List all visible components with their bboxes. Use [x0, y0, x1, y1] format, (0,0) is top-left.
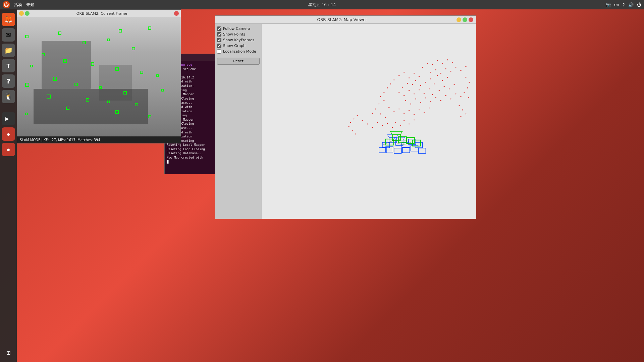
- svg-point-64: [380, 96, 381, 97]
- svg-point-82: [467, 87, 468, 88]
- svg-point-102: [355, 133, 356, 134]
- svg-point-72: [466, 66, 467, 67]
- track-point: [86, 98, 89, 102]
- svg-point-31: [420, 102, 421, 103]
- svg-point-75: [432, 64, 433, 65]
- svg-point-92: [395, 122, 396, 123]
- svg-point-98: [354, 119, 355, 120]
- track-point: [30, 65, 33, 67]
- minimize-button[interactable]: [19, 11, 24, 16]
- svg-point-24: [439, 90, 440, 91]
- status-bar: SLAM MODE | KFs: 27, MPs: 1617, Matches:…: [17, 136, 181, 143]
- reset-button[interactable]: Reset: [217, 58, 260, 65]
- svg-point-106: [461, 116, 462, 117]
- topbar-active-label[interactable]: 活动: [14, 2, 22, 8]
- map-visualization: [262, 24, 476, 219]
- sidebar-item-grid[interactable]: ⊞: [2, 346, 15, 359]
- sidebar-item-red2[interactable]: ●: [2, 143, 15, 156]
- svg-point-91: [392, 127, 393, 128]
- track-point: [132, 47, 135, 50]
- svg-point-20: [419, 89, 420, 90]
- svg-point-54: [385, 117, 386, 118]
- track-point: [53, 77, 57, 81]
- help-icon[interactable]: ?: [623, 2, 625, 7]
- track-point: [42, 53, 45, 56]
- sidebar-item-mail[interactable]: ✉: [2, 28, 15, 42]
- sidebar-item-terminal[interactable]: ▶_: [2, 112, 15, 125]
- svg-point-103: [459, 105, 460, 106]
- show-points-row: Show Points: [217, 32, 260, 37]
- track-point: [148, 115, 151, 118]
- sidebar-item-files[interactable]: 📁: [2, 44, 15, 57]
- svg-rect-4: [262, 24, 476, 219]
- svg-point-70: [455, 67, 457, 68]
- current-frame-title: ORB-SLAM2: Current Frame: [30, 11, 174, 16]
- close-button[interactable]: [174, 11, 179, 16]
- svg-point-7: [412, 84, 413, 85]
- app2-icon: ●: [7, 148, 10, 152]
- svg-point-90: [387, 123, 388, 124]
- topbar-unknown-label[interactable]: 未知: [26, 2, 34, 8]
- sidebar-item-red1[interactable]: ●: [2, 127, 15, 141]
- camera-frame: [17, 17, 181, 136]
- sidebar: 🦊 ✉ 📁 T ? 🐧 ▶_ ● ● ⊞: [0, 9, 17, 362]
- localization-mode-checkbox[interactable]: [217, 49, 221, 54]
- track-point: [119, 29, 122, 33]
- svg-point-1: [6, 3, 7, 4]
- localization-mode-row: Localization Mode: [217, 49, 260, 54]
- svg-point-14: [442, 80, 443, 81]
- follow-camera-row: Follow Camera: [217, 26, 260, 31]
- svg-point-59: [419, 76, 420, 77]
- svg-point-16: [398, 92, 399, 93]
- svg-point-9: [420, 85, 421, 86]
- map-close-button[interactable]: [469, 17, 473, 22]
- show-keyframes-checkbox[interactable]: [217, 38, 221, 42]
- ubuntu-logo-icon[interactable]: [3, 1, 10, 8]
- svg-point-26: [449, 88, 450, 89]
- map-maximize-button[interactable]: [463, 17, 467, 22]
- follow-camera-checkbox[interactable]: [217, 26, 221, 31]
- svg-point-39: [461, 96, 462, 97]
- current-frame-titlebar: ORB-SLAM2: Current Frame: [17, 10, 181, 17]
- sidebar-item-system[interactable]: 🐧: [2, 90, 15, 103]
- svg-point-34: [435, 97, 436, 98]
- svg-point-35: [440, 100, 441, 101]
- svg-point-77: [442, 63, 443, 64]
- svg-point-74: [427, 63, 428, 64]
- svg-point-100: [348, 126, 350, 127]
- track-point: [58, 32, 61, 35]
- svg-point-49: [378, 104, 379, 105]
- map-viewer-titlebar: ORB-SLAM2: Map Viewer: [215, 16, 476, 24]
- sidebar-item-text[interactable]: T: [2, 59, 15, 72]
- svg-point-76: [437, 60, 438, 61]
- sidebar-item-help[interactable]: ?: [2, 74, 15, 88]
- svg-point-10: [425, 82, 426, 83]
- svg-point-38: [455, 94, 457, 95]
- svg-point-61: [390, 83, 391, 84]
- track-point: [25, 35, 29, 38]
- svg-point-62: [387, 87, 388, 88]
- svg-point-73: [422, 67, 423, 68]
- svg-point-84: [468, 97, 469, 98]
- show-points-checkbox[interactable]: [217, 32, 221, 37]
- show-graph-checkbox[interactable]: [217, 44, 221, 48]
- svg-point-97: [357, 115, 358, 116]
- svg-point-93: [400, 125, 401, 126]
- maximize-button[interactable]: [25, 11, 30, 16]
- power-icon[interactable]: ⏻: [637, 2, 641, 7]
- map-minimize-button[interactable]: [457, 17, 461, 22]
- svg-point-30: [415, 99, 416, 100]
- lang-indicator[interactable]: en: [614, 2, 619, 7]
- svg-point-56: [404, 72, 405, 73]
- track-point: [99, 86, 102, 89]
- sidebar-item-firefox[interactable]: 🦊: [2, 13, 15, 26]
- firefox-icon: 🦊: [4, 15, 13, 23]
- volume-icon[interactable]: 🔊: [628, 2, 634, 7]
- svg-point-105: [466, 114, 467, 115]
- track-point: [123, 91, 127, 95]
- track-point: [25, 113, 28, 115]
- svg-point-81: [469, 82, 470, 83]
- svg-point-19: [414, 94, 415, 95]
- svg-point-88: [377, 122, 378, 123]
- track-point: [47, 95, 51, 99]
